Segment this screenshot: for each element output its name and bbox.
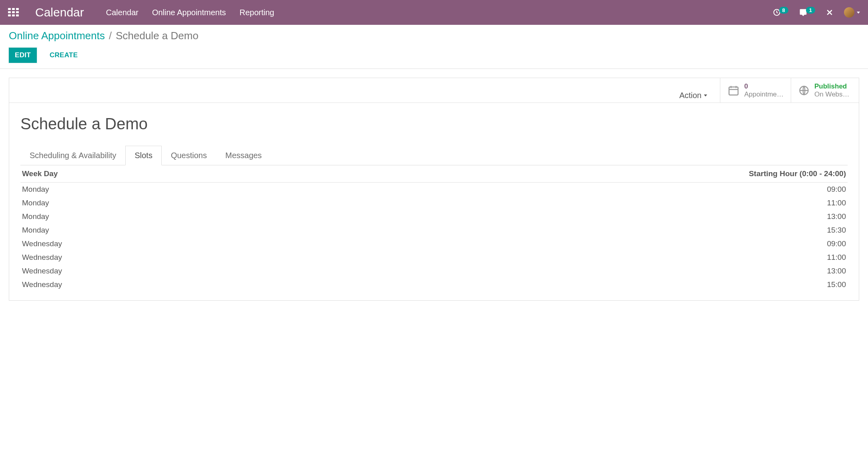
stat-published-label: On Webs…	[814, 90, 850, 98]
cell-hour: 11:00	[269, 251, 848, 264]
edit-button[interactable]: EDIT	[9, 48, 37, 63]
col-header-weekday: Week Day	[20, 165, 269, 183]
breadcrumb-separator: /	[109, 30, 112, 42]
tabs: Scheduling & Availability Slots Question…	[20, 146, 848, 165]
action-dropdown[interactable]: Action	[679, 91, 707, 100]
breadcrumb-parent[interactable]: Online Appointments	[9, 30, 105, 42]
cell-weekday: Wednesday	[20, 278, 269, 291]
action-label: Action	[679, 91, 702, 100]
cell-hour: 11:00	[269, 196, 848, 210]
create-button[interactable]: CREATE	[44, 48, 83, 62]
nav-item-online-appointments[interactable]: Online Appointments	[152, 8, 226, 17]
table-row[interactable]: Monday11:00	[20, 196, 848, 210]
table-row[interactable]: Monday09:00	[20, 183, 848, 197]
form-body: Schedule a Demo Scheduling & Availabilit…	[9, 103, 859, 300]
stat-button-bar: 0 Appointme… Published On Webs…	[9, 78, 859, 103]
caret-down-icon	[857, 12, 860, 14]
cell-hour: 13:00	[269, 210, 848, 223]
record-title: Schedule a Demo	[20, 115, 848, 133]
apps-icon[interactable]	[8, 8, 19, 17]
nav-right: 8 1	[773, 7, 860, 18]
table-row[interactable]: Wednesday11:00	[20, 251, 848, 264]
stat-appointments-value: 0	[744, 82, 784, 90]
cell-hour: 13:00	[269, 264, 848, 278]
form-sheet-container: 0 Appointme… Published On Webs… Schedul	[0, 69, 868, 309]
top-navbar: Calendar Calendar Online Appointments Re…	[0, 0, 868, 25]
stat-published[interactable]: Published On Webs…	[791, 78, 859, 102]
cell-weekday: Monday	[20, 223, 269, 237]
table-row[interactable]: Monday13:00	[20, 210, 848, 223]
avatar	[844, 7, 854, 18]
debug-icon[interactable]	[826, 8, 834, 16]
chat-badge: 1	[806, 7, 815, 14]
control-panel: Online Appointments / Schedule a Demo ED…	[0, 25, 868, 69]
messaging-indicator[interactable]: 1	[799, 8, 815, 16]
cell-hour: 09:00	[269, 183, 848, 197]
tab-questions[interactable]: Questions	[162, 146, 216, 165]
stat-appointments-label: Appointme…	[744, 90, 784, 98]
tab-scheduling-availability[interactable]: Scheduling & Availability	[20, 146, 125, 165]
tab-slots[interactable]: Slots	[125, 146, 161, 165]
slots-tbody: Monday09:00Monday11:00Monday13:00Monday1…	[20, 183, 848, 292]
control-buttons: EDIT CREATE	[9, 48, 83, 63]
tab-messages[interactable]: Messages	[216, 146, 271, 165]
table-row[interactable]: Wednesday09:00	[20, 237, 848, 251]
table-row[interactable]: Wednesday13:00	[20, 264, 848, 278]
activity-indicator[interactable]: 8	[773, 8, 788, 16]
calendar-icon	[728, 84, 740, 96]
app-brand[interactable]: Calendar	[35, 6, 84, 19]
col-header-hour: Starting Hour (0:00 - 24:00)	[269, 165, 848, 183]
nav-menu: Calendar Online Appointments Reporting	[106, 8, 274, 17]
slots-table: Week Day Starting Hour (0:00 - 24:00) Mo…	[20, 165, 848, 291]
cell-weekday: Monday	[20, 196, 269, 210]
cell-weekday: Wednesday	[20, 237, 269, 251]
stat-published-value: Published	[814, 82, 850, 90]
stat-appointments[interactable]: 0 Appointme…	[720, 78, 791, 102]
form-sheet: 0 Appointme… Published On Webs… Schedul	[9, 78, 859, 301]
cell-weekday: Monday	[20, 210, 269, 223]
breadcrumb-current: Schedule a Demo	[116, 30, 198, 42]
globe-icon	[798, 85, 810, 96]
svg-rect-1	[729, 87, 738, 95]
nav-item-reporting[interactable]: Reporting	[239, 8, 274, 17]
cell-hour: 15:00	[269, 278, 848, 291]
cell-weekday: Wednesday	[20, 251, 269, 264]
caret-down-icon	[704, 94, 707, 96]
cell-weekday: Monday	[20, 183, 269, 197]
user-menu[interactable]	[844, 7, 860, 18]
table-row[interactable]: Wednesday15:00	[20, 278, 848, 291]
table-row[interactable]: Monday15:30	[20, 223, 848, 237]
breadcrumb: Online Appointments / Schedule a Demo	[9, 30, 859, 42]
cell-hour: 09:00	[269, 237, 848, 251]
nav-item-calendar[interactable]: Calendar	[106, 8, 138, 17]
activity-badge: 8	[779, 7, 788, 14]
cell-weekday: Wednesday	[20, 264, 269, 278]
cell-hour: 15:30	[269, 223, 848, 237]
